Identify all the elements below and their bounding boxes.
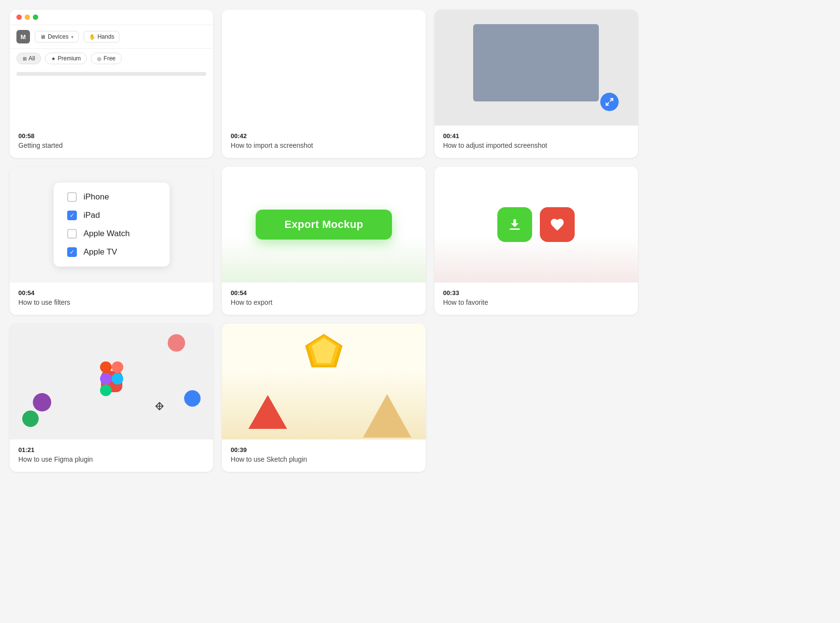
figma-shape-green <box>22 411 39 427</box>
mock-free-btn: ◎ Free <box>91 53 122 64</box>
card-info: 00:58 Getting started <box>10 126 213 158</box>
filter-card: iPhone ✓ iPad Apple Watch ✓ Apple TV <box>54 183 170 267</box>
dot-yellow <box>25 14 30 20</box>
svg-marker-12 <box>248 395 287 429</box>
card-info: 00:41 How to adjust imported screenshot <box>434 126 638 158</box>
card-title: Getting started <box>18 142 204 149</box>
card-sketch[interactable]: 00:39 How to use Sketch plugin <box>222 324 425 472</box>
mock-devices-dropdown: 🖥 Devices ▾ <box>35 31 79 42</box>
mock-premium-btn: ★ Premium <box>45 53 87 64</box>
thumb-sketch <box>222 324 425 439</box>
card-getting-started[interactable]: M 🖥 Devices ▾ ✋ Hands ⊞ All <box>10 10 213 158</box>
card-adjust-screenshot[interactable]: 00:41 How to adjust imported screenshot <box>434 10 638 158</box>
card-title: How to export <box>231 298 417 306</box>
card-info: 00:42 How to import a screenshot <box>222 126 425 158</box>
card-export[interactable]: Export Mockup 00:54 How to export <box>222 167 425 315</box>
card-info: 00:33 How to favorite <box>434 283 638 315</box>
card-import-screenshot[interactable]: 00:42 How to import a screenshot <box>222 10 425 158</box>
card-info: 00:54 How to export <box>222 283 425 315</box>
thumb-getting-started: M 🖥 Devices ▾ ✋ Hands ⊞ All <box>10 10 213 126</box>
card-info: 00:39 How to use Sketch plugin <box>222 439 425 472</box>
figma-shape-salmon <box>168 334 185 352</box>
svg-rect-3 <box>100 361 112 373</box>
mock-hands: ✋ Hands <box>84 31 120 42</box>
dot-green <box>33 14 38 20</box>
card-time: 00:39 <box>231 446 417 453</box>
mock-m-icon: M <box>16 30 30 43</box>
sketch-triangle-red <box>248 395 287 431</box>
card-time: 00:54 <box>231 289 417 297</box>
card-title: How to use filters <box>18 298 204 306</box>
card-title: How to use Figma plugin <box>18 455 204 463</box>
figma-shape-blue <box>184 390 201 407</box>
card-figma[interactable]: 01:21 How to use Figma plugin <box>10 324 213 472</box>
figma-shape-purple <box>33 393 51 411</box>
download-btn <box>497 207 532 242</box>
adjust-blue-circle <box>600 93 619 111</box>
filter-ipad: ✓ iPad <box>67 211 156 220</box>
svg-rect-5 <box>100 373 112 384</box>
card-info: 00:54 How to use filters <box>10 283 213 315</box>
sketch-triangle-tan <box>363 394 411 439</box>
heart-btn <box>540 207 575 242</box>
dot-red <box>16 14 22 20</box>
thumb-filters: iPhone ✓ iPad Apple Watch ✓ Apple TV <box>10 167 213 283</box>
export-mockup-btn: Export Mockup <box>256 210 392 240</box>
thumb-export: Export Mockup <box>222 167 425 283</box>
card-time: 00:33 <box>443 289 629 297</box>
video-grid: M 🖥 Devices ▾ ✋ Hands ⊞ All <box>10 10 638 472</box>
card-time: 00:42 <box>231 132 417 140</box>
card-title: How to use Sketch plugin <box>231 455 417 463</box>
card-favorite[interactable]: 00:33 How to favorite <box>434 167 638 315</box>
filter-iphone: iPhone <box>67 192 156 202</box>
card-time: 00:54 <box>18 289 204 297</box>
card-time: 00:41 <box>443 132 629 140</box>
card-time: 01:21 <box>18 446 204 453</box>
svg-rect-2 <box>510 228 520 230</box>
mock-all-btn: ⊞ All <box>16 53 41 64</box>
thumb-import <box>222 10 425 126</box>
thumb-favorite <box>434 167 638 283</box>
checkbox-apple-tv: ✓ <box>67 247 77 257</box>
devices-label: Devices <box>48 33 69 40</box>
filter-apple-watch: Apple Watch <box>67 229 156 239</box>
card-title: How to favorite <box>443 298 629 306</box>
adjust-rect <box>473 24 599 101</box>
card-time: 00:58 <box>18 132 204 140</box>
mock-scrollbar <box>16 72 206 76</box>
card-title: How to adjust imported screenshot <box>443 142 629 149</box>
card-filters[interactable]: iPhone ✓ iPad Apple Watch ✓ Apple TV 00:… <box>10 167 213 315</box>
thumb-adjust <box>434 10 638 126</box>
checkbox-apple-watch <box>67 229 77 239</box>
svg-marker-13 <box>363 394 411 438</box>
hands-label: Hands <box>98 33 115 40</box>
figma-logo <box>100 361 124 398</box>
checkbox-ipad: ✓ <box>67 211 77 220</box>
filter-apple-tv: ✓ Apple TV <box>67 247 156 257</box>
checkbox-iphone <box>67 192 77 202</box>
svg-rect-6 <box>100 384 112 396</box>
svg-rect-4 <box>112 361 123 373</box>
figma-cursor-icon <box>153 400 166 414</box>
thumb-figma <box>10 324 213 439</box>
card-info: 01:21 How to use Figma plugin <box>10 439 213 472</box>
sketch-logo <box>304 333 343 370</box>
card-title: How to import a screenshot <box>231 142 417 149</box>
